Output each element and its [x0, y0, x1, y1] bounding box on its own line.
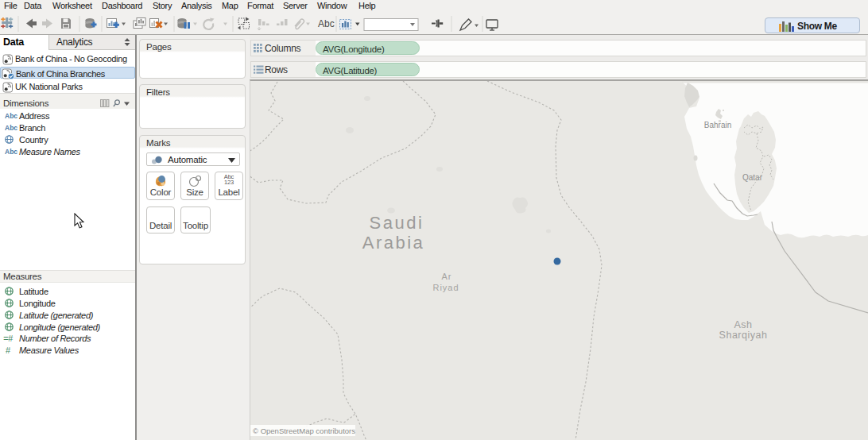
svg-text:Abc: Abc: [318, 18, 335, 29]
svg-text:Qatar: Qatar: [742, 173, 763, 182]
svg-text:© OpenStreetMap contributors: © OpenStreetMap contributors: [253, 426, 355, 435]
svg-text:Ash: Ash: [734, 319, 752, 330]
svg-text:Bahrain: Bahrain: [704, 121, 731, 129]
svg-text:Saudi: Saudi: [370, 213, 424, 233]
svg-text:Arabia: Arabia: [362, 233, 425, 253]
svg-text:Riyad: Riyad: [432, 283, 459, 292]
svg-text:Ar: Ar: [442, 272, 452, 281]
svg-text:Sharqiyah: Sharqiyah: [719, 330, 768, 341]
